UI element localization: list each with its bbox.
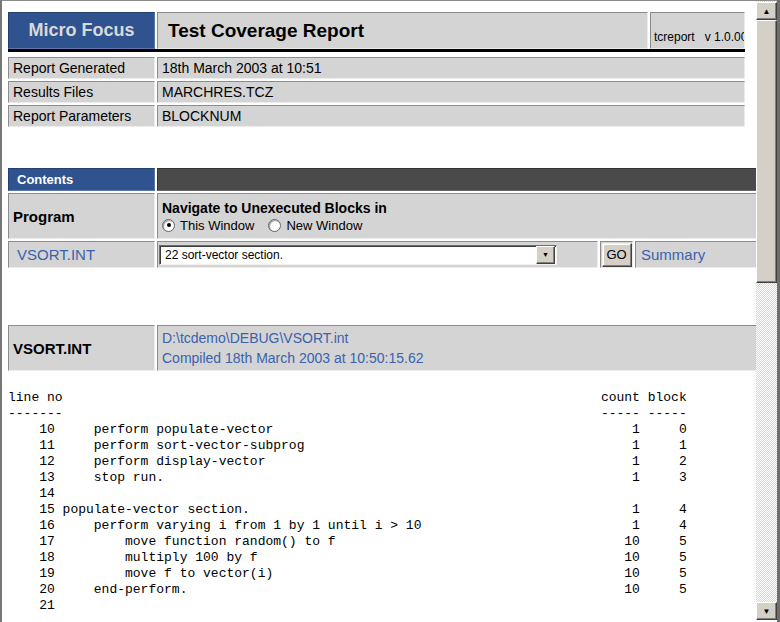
page-title: Test Coverage Report [157, 12, 648, 49]
version-label: tcreport v 1.0.0002 [650, 12, 745, 49]
program-detail-cell: D:\tcdemo\DEBUG\VSORT.int Compiled 18th … [157, 325, 757, 371]
report-header: Micro Focus Test Coverage Report tcrepor… [8, 12, 745, 52]
scroll-down-button[interactable]: ▼ [756, 602, 777, 620]
info-label: Results Files [8, 81, 155, 103]
contents-title: Contents [8, 168, 155, 191]
report-window: Micro Focus Test Coverage Report tcrepor… [0, 0, 780, 622]
program-link-cell: VSORT.INT [8, 241, 155, 268]
compiled-timestamp: Compiled 18th March 2003 at 10:50:15.62 [162, 348, 424, 368]
info-value: MARCHRES.TCZ [157, 81, 745, 103]
window-border-top [0, 0, 780, 1]
go-button-cell: GO [600, 241, 633, 268]
radio-button-icon [268, 219, 281, 232]
go-button[interactable]: GO [602, 243, 632, 267]
scrollbar-thumb[interactable] [756, 20, 777, 283]
window-target-radios: This Window New Window [162, 218, 362, 233]
navigate-options: Navigate to Unexecuted Blocks in This Wi… [157, 193, 757, 239]
info-value: BLOCKNUM [157, 105, 745, 127]
brand-logo: Micro Focus [8, 12, 155, 49]
block-dropdown-value: 22 sort-vector section. [160, 248, 536, 262]
app-version: v 1.0.0002 [705, 30, 745, 44]
summary-link-cell: Summary [635, 241, 757, 268]
program-link[interactable]: VSORT.INT [17, 246, 95, 263]
block-dropdown[interactable]: 22 sort-vector section. ▼ [159, 245, 557, 265]
navigate-heading: Navigate to Unexecuted Blocks in [162, 200, 387, 216]
radio-new-window[interactable]: New Window [268, 218, 362, 233]
code-listing: line no count block ------- ----- ----- … [8, 390, 687, 614]
scroll-up-button[interactable]: ▲ [756, 2, 777, 20]
program-column-header: Program [8, 193, 155, 239]
block-dropdown-cell: 22 sort-vector section. ▼ [157, 241, 598, 268]
radio-button-icon [162, 219, 175, 232]
summary-link[interactable]: Summary [641, 246, 705, 263]
app-name: tcreport [654, 30, 695, 44]
vertical-scrollbar[interactable]: ▲ ▼ [756, 1, 777, 620]
arrow-up-icon: ▲ [763, 7, 771, 16]
source-path-link[interactable]: D:\tcdemo\DEBUG\VSORT.int [162, 328, 348, 348]
program-detail-section: VSORT.INT D:\tcdemo\DEBUG\VSORT.int Comp… [8, 325, 757, 371]
radio-label: New Window [286, 218, 362, 233]
info-label: Report Parameters [8, 105, 155, 127]
contents-section: Contents Program Navigate to Unexecuted … [8, 168, 757, 268]
report-info-table: Report Generated 18th March 2003 at 10:5… [8, 57, 745, 127]
radio-label: This Window [180, 218, 254, 233]
radio-this-window[interactable]: This Window [162, 218, 254, 233]
arrow-down-icon: ▼ [763, 607, 771, 616]
info-label: Report Generated [8, 57, 155, 79]
program-name: VSORT.INT [8, 325, 155, 371]
window-border-left [0, 0, 2, 622]
chevron-down-icon[interactable]: ▼ [536, 246, 555, 264]
contents-title-bar [157, 168, 757, 191]
info-value: 18th March 2003 at 10:51 [157, 57, 745, 79]
